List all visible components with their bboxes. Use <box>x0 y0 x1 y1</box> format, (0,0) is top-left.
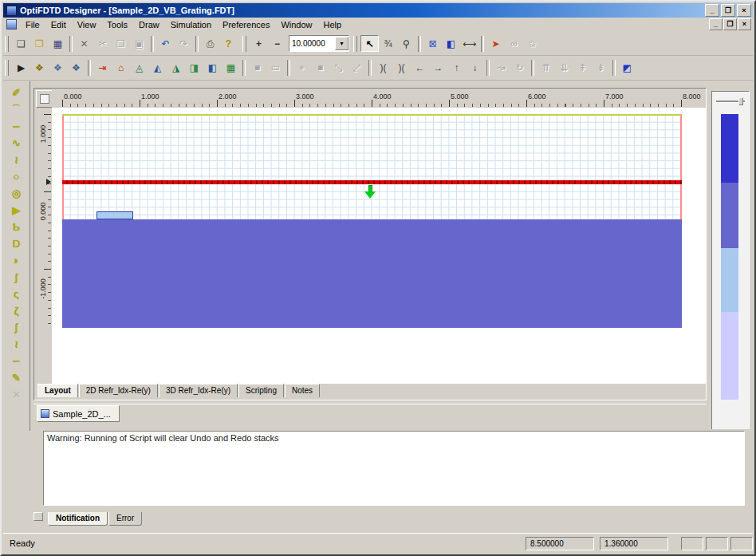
group-icon[interactable]: ⇞ <box>573 60 592 77</box>
ruler-corner-box[interactable] <box>36 90 53 108</box>
menu-item[interactable]: Simulation <box>165 19 217 30</box>
menu-item[interactable]: Window <box>275 19 317 30</box>
nudge-down-icon[interactable]: ↓ <box>466 60 484 77</box>
send-back-icon[interactable]: ⇊ <box>555 60 573 77</box>
next-view-icon[interactable]: ✩ <box>523 35 541 52</box>
app-icon[interactable] <box>6 6 17 16</box>
input-plane-arrow-icon[interactable] <box>364 185 376 199</box>
delete-shape-icon[interactable]: ✕ <box>7 386 26 403</box>
triangle-waveguide-icon[interactable]: ▶ <box>7 202 26 219</box>
close-icon[interactable]: × <box>737 4 751 17</box>
copy-icon[interactable]: ❒ <box>112 35 130 52</box>
paste-icon[interactable]: ▣ <box>130 35 148 52</box>
child-close-icon[interactable]: × <box>738 18 751 30</box>
bring-front-icon[interactable]: ⇈ <box>537 60 555 77</box>
menu-item[interactable]: Tools <box>101 19 133 30</box>
curve-tool-3-icon[interactable]: ζ <box>7 302 26 319</box>
detector-icon[interactable]: ◨ <box>185 60 203 77</box>
view-tab[interactable]: Layout <box>37 384 78 397</box>
ungroup-icon[interactable]: ⇟ <box>592 60 610 77</box>
output-tab[interactable]: Notification <box>48 512 108 526</box>
colorbar-slider[interactable] <box>716 97 745 106</box>
nudge-left-icon[interactable]: ← <box>411 60 429 77</box>
halt-icon[interactable]: ■ <box>311 60 329 77</box>
curve-tool-1-icon[interactable]: ʃ <box>7 269 26 286</box>
grating-element[interactable] <box>96 211 133 219</box>
linear-waveguide-icon[interactable]: ✐ <box>7 85 26 101</box>
zoom-in-icon[interactable]: + <box>250 35 268 52</box>
help-icon[interactable]: ? <box>219 35 238 52</box>
menu-item[interactable]: File <box>20 19 45 30</box>
view-tab[interactable]: Notes <box>285 384 320 397</box>
chevron-down-icon[interactable]: ▾ <box>335 37 348 50</box>
half-disk-icon[interactable]: ◗ <box>7 252 26 269</box>
child-restore-icon[interactable]: ❐ <box>723 18 737 30</box>
menu-item[interactable]: Edit <box>45 19 72 30</box>
child-minimize-icon[interactable]: _ <box>709 18 723 30</box>
curve-tool-2-icon[interactable]: ς <box>7 286 26 302</box>
cut-icon[interactable]: ✂ <box>93 35 112 52</box>
minimize-icon[interactable]: _ <box>705 4 719 17</box>
output-tab[interactable]: Error <box>108 512 142 526</box>
restore-icon[interactable]: ❐ <box>721 4 735 17</box>
observation-area-icon[interactable]: ◮ <box>167 60 185 77</box>
curve-tool-4-icon[interactable]: ∫ <box>7 319 26 336</box>
component-a-icon[interactable]: ❖ <box>30 60 49 77</box>
zoom-window-icon[interactable]: ◧ <box>442 35 460 52</box>
sbend-cosine-icon[interactable]: ≀ <box>7 152 26 168</box>
print-icon[interactable]: ⎙ <box>201 35 219 52</box>
bspline-icon[interactable]: Ƅ <box>7 219 26 235</box>
zoom-level-combo[interactable]: 10.00000 ▾ <box>289 35 349 52</box>
sbend-arc-icon[interactable]: ∽ <box>7 118 26 135</box>
curve-tool-6-icon[interactable]: ∽ <box>7 353 26 369</box>
toolbar-grip[interactable] <box>242 36 246 52</box>
snap-pointer-icon[interactable]: ➤ <box>486 35 505 52</box>
previous-view-icon[interactable]: ∞ <box>505 35 523 52</box>
curve-tool-5-icon[interactable]: ≀ <box>7 336 26 353</box>
new-file-icon[interactable]: ❏ <box>12 35 30 52</box>
stop-icon[interactable]: ■ <box>248 60 266 77</box>
panel-splitter-handle[interactable] <box>33 512 43 521</box>
rotate-icon[interactable]: ↝ <box>492 60 510 77</box>
menu-item[interactable]: Help <box>318 19 348 30</box>
toolbar-grip[interactable] <box>5 36 9 52</box>
refresh-icon[interactable]: ↻ <box>510 60 529 77</box>
document-tab[interactable]: Sample_2D_... <box>37 405 120 422</box>
slider-thumb[interactable] <box>738 97 743 105</box>
ring-waveguide-icon[interactable]: ◎ <box>7 185 26 202</box>
document-icon[interactable] <box>6 19 17 30</box>
menu-item[interactable]: Draw <box>133 19 165 30</box>
toolbar-grip[interactable] <box>353 36 357 52</box>
probe-icon[interactable]: ⌖ <box>293 60 311 77</box>
observation-point-icon[interactable]: ◬ <box>130 60 148 77</box>
mode-solver-icon[interactable]: ◧ <box>203 60 222 77</box>
save-icon[interactable]: ▦ <box>49 35 67 52</box>
fit-width-icon[interactable]: ⟷ <box>460 35 478 52</box>
menu-item[interactable]: Preferences <box>217 19 275 30</box>
resize-diag2-icon[interactable]: ⤢ <box>348 60 366 77</box>
substrate-region[interactable] <box>62 219 682 328</box>
toolbar-grip[interactable] <box>5 60 9 76</box>
d-shape-icon[interactable]: D <box>7 235 26 252</box>
select-arrow-icon[interactable]: ↖ <box>360 35 379 52</box>
nudge-right-icon[interactable]: → <box>429 60 447 77</box>
redo-icon[interactable]: ↷ <box>175 35 193 52</box>
view-tab[interactable]: 3D Refr_Idx-Re(y) <box>159 384 238 397</box>
sbend-sine-icon[interactable]: ∿ <box>7 135 26 152</box>
align-v-center-icon[interactable]: )( <box>392 60 411 77</box>
run-script-icon[interactable]: ▶ <box>12 60 30 77</box>
nudge-up-icon[interactable]: ↑ <box>447 60 466 77</box>
align-h-center-icon[interactable]: )( <box>374 60 392 77</box>
menu-item[interactable]: View <box>72 19 102 30</box>
layer-select-icon[interactable]: ◩ <box>618 60 636 77</box>
zoom-out-icon[interactable]: − <box>268 35 286 52</box>
component-c-icon[interactable]: ❖ <box>67 60 85 77</box>
input-plane-icon[interactable]: ⇥ <box>93 60 112 77</box>
open-folder-icon[interactable]: ❐ <box>30 35 49 52</box>
pause-icon[interactable]: ▭ <box>266 60 285 77</box>
zoom-percent-icon[interactable]: ¾ <box>379 35 397 52</box>
ellipse-waveguide-icon[interactable]: ○ <box>7 168 26 185</box>
layout-drawing-area[interactable] <box>52 108 706 384</box>
resize-diag-icon[interactable]: ⤡ <box>329 60 348 77</box>
component-b-icon[interactable]: ❖ <box>49 60 67 77</box>
